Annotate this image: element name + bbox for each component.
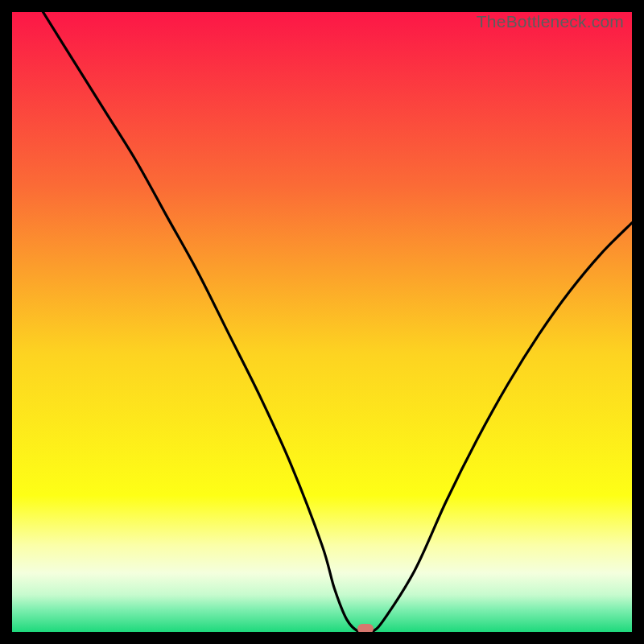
plot-area: TheBottleneck.com <box>12 12 632 632</box>
bottleneck-curve <box>12 12 632 632</box>
optimal-point-marker <box>357 624 374 632</box>
chart-stage: TheBottleneck.com <box>0 0 644 644</box>
watermark-text: TheBottleneck.com <box>477 12 624 31</box>
